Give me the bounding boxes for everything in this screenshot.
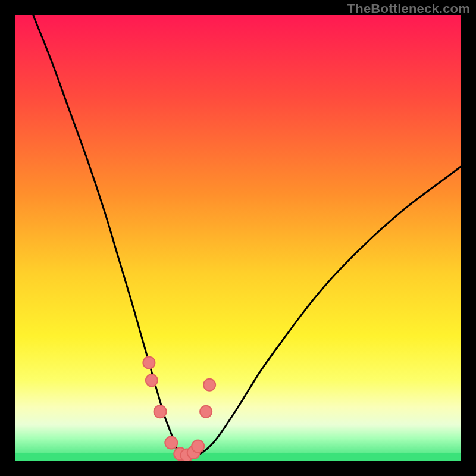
plot-area [15, 15, 461, 461]
gradient-background [15, 15, 461, 461]
highlight-marker [154, 405, 167, 418]
highlight-marker [200, 406, 212, 418]
outer-frame: TheBottleneck.com [0, 0, 476, 476]
green-baseline-band [15, 453, 461, 461]
highlight-marker [146, 374, 158, 386]
highlight-marker [192, 440, 204, 453]
highlight-marker [143, 356, 155, 368]
highlight-marker [203, 379, 215, 391]
highlight-marker [165, 437, 177, 449]
bottleneck-chart [15, 15, 461, 461]
watermark-text: TheBottleneck.com [347, 1, 470, 17]
